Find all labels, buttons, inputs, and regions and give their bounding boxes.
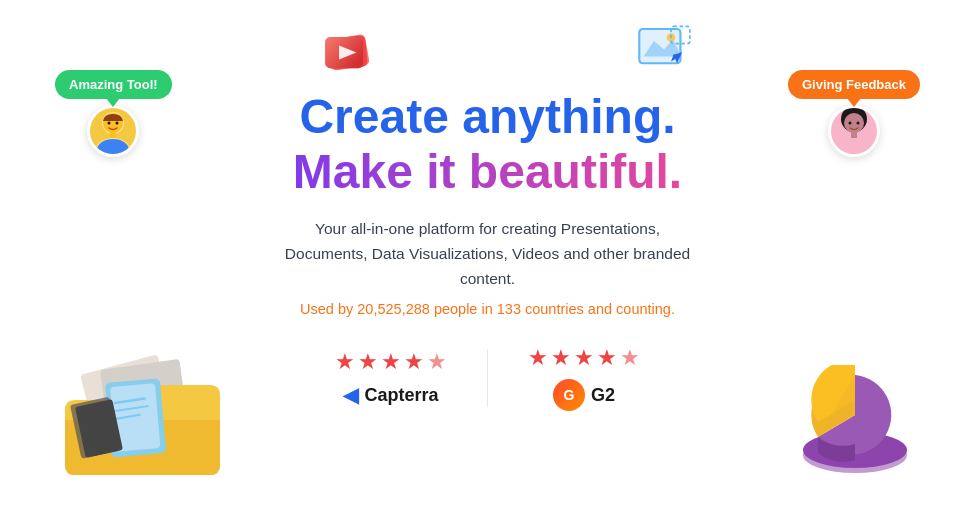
headline-line1: Create anything. [273, 89, 703, 144]
svg-point-21 [848, 122, 851, 125]
amazing-tool-float: Amazing Tool! [55, 70, 172, 157]
avatar-male [87, 105, 139, 157]
pie-chart-illustration [780, 365, 920, 485]
giving-feedback-bubble: Giving Feedback [788, 70, 920, 99]
avatar-female [828, 105, 880, 157]
capterra-logo: ◀ Capterra [343, 383, 438, 407]
svg-rect-17 [110, 132, 116, 138]
g2-stars: ★ ★ ★ ★ ★ [528, 345, 640, 371]
main-content: Create anything. Make it beautiful. Your… [273, 89, 703, 412]
svg-point-14 [108, 122, 111, 125]
headline: Create anything. Make it beautiful. [273, 89, 703, 199]
page-wrapper: Amazing Tool! Giving Feedback [0, 0, 975, 510]
ratings-section: ★ ★ ★ ★ ★ ◀ Capterra ★ ★ ★ ★ ★ [273, 345, 703, 411]
svg-rect-24 [851, 132, 857, 138]
svg-point-23 [838, 139, 870, 154]
giving-feedback-float: Giving Feedback [788, 70, 920, 157]
subheadline: Your all-in-one platform for creating Pr… [273, 217, 703, 291]
svg-point-22 [856, 122, 859, 125]
svg-point-15 [116, 122, 119, 125]
capterra-rating: ★ ★ ★ ★ ★ ◀ Capterra [295, 349, 488, 407]
folder-illustration [50, 355, 230, 485]
play-icon-float [320, 30, 372, 86]
headline-line2: Make it beautiful. [273, 144, 703, 199]
g2-logo: G G2 [553, 379, 615, 411]
stats-text: Used by 20,525,288 people in 133 countri… [273, 301, 703, 317]
amazing-tool-bubble: Amazing Tool! [55, 70, 172, 99]
g2-icon: G [553, 379, 585, 411]
capterra-stars: ★ ★ ★ ★ ★ [335, 349, 447, 375]
g2-rating: ★ ★ ★ ★ ★ G G2 [488, 345, 680, 411]
image-icon-float [635, 20, 695, 84]
